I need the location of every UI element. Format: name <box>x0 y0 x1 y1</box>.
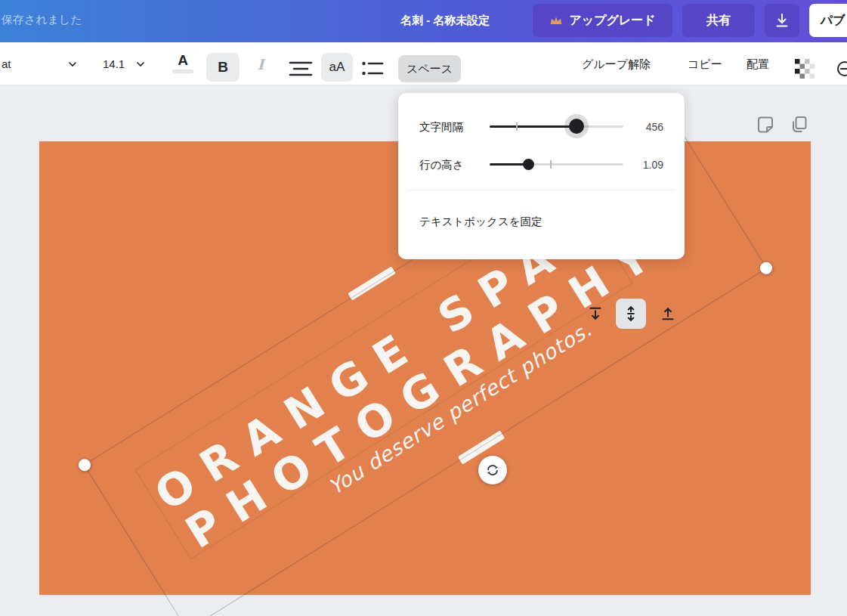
font-family-chevron-icon[interactable] <box>68 61 77 67</box>
spacing-label: スペース <box>406 62 453 76</box>
add-note-icon[interactable] <box>755 114 776 135</box>
slider-default-tick <box>550 160 552 169</box>
text-align-button[interactable] <box>289 60 313 77</box>
text-toolbar: at 14.1 A B I aA <box>0 42 847 85</box>
bullet-list-icon <box>361 60 384 77</box>
position-button[interactable]: 配置 <box>747 57 769 72</box>
download-button[interactable] <box>765 4 799 37</box>
duplicate-page-icon[interactable] <box>789 114 810 135</box>
line-height-label: 行の高さ <box>419 158 464 172</box>
download-icon <box>774 12 790 29</box>
text-color-button[interactable]: A <box>172 53 193 73</box>
share-button[interactable]: 共有 <box>682 4 755 37</box>
crown-icon <box>549 15 563 26</box>
font-family-label: at <box>2 57 11 70</box>
letter-spacing-knob[interactable] <box>569 119 584 134</box>
line-height-value: 1.09 <box>643 159 663 171</box>
anchor-top-icon <box>587 305 604 322</box>
text-case-button[interactable]: aA <box>321 53 353 82</box>
align-center-icon <box>289 60 313 77</box>
anchor-textbox-label: テキストボックスを固定 <box>419 215 543 229</box>
spacing-button[interactable]: スペース <box>398 55 461 82</box>
font-size-value[interactable]: 14.1 <box>103 57 125 70</box>
anchor-middle-icon <box>623 305 639 322</box>
publish-label: パブ <box>821 13 845 29</box>
upgrade-label: アップグレード <box>569 13 655 29</box>
letter-spacing-value: 456 <box>646 121 663 133</box>
bold-button[interactable]: B <box>206 53 240 82</box>
anchor-top-button[interactable] <box>580 299 611 329</box>
slider-fill <box>490 125 577 128</box>
rotate-icon <box>484 462 501 478</box>
share-label: 共有 <box>706 13 731 29</box>
link-button[interactable] <box>834 59 847 79</box>
bullet-list-button[interactable] <box>361 60 384 77</box>
anchor-middle-button[interactable] <box>616 299 646 329</box>
italic-button[interactable]: I <box>249 56 272 73</box>
document-title[interactable]: 名刺 - 名称未設定 <box>400 14 490 28</box>
text-case-label: aA <box>329 60 345 75</box>
text-color-swatch <box>172 70 193 73</box>
italic-label: I <box>258 56 264 73</box>
line-height-knob[interactable] <box>523 159 534 170</box>
font-size-chevron-icon[interactable] <box>136 61 145 67</box>
publish-button[interactable]: パブ <box>809 4 847 37</box>
panel-divider <box>407 190 675 190</box>
ungroup-label: グループ解除 <box>582 57 651 72</box>
ungroup-button[interactable]: グループ解除 <box>582 57 651 72</box>
link-icon <box>834 59 847 79</box>
transparency-checkerboard-icon <box>795 59 815 79</box>
spacing-dropdown-panel: 文字間隔 456 行の高さ 1.09 テキストボックスを固定 <box>398 93 685 259</box>
position-label: 配置 <box>747 57 769 72</box>
editor-stage: ORANGE SPA PHOTOGRAPHY You deserve perfe… <box>0 0 847 616</box>
text-color-label: A <box>178 53 188 67</box>
font-family-selector[interactable]: at <box>2 57 11 70</box>
transparency-button[interactable] <box>795 59 815 79</box>
anchor-bottom-button[interactable] <box>653 299 683 329</box>
anchor-bottom-icon <box>660 305 676 322</box>
upgrade-button[interactable]: アップグレード <box>533 4 672 37</box>
save-status: 保存されました <box>2 13 82 27</box>
letter-spacing-slider[interactable] <box>490 119 623 134</box>
copy-button[interactable]: コピー <box>688 57 722 72</box>
letter-spacing-label: 文字間隔 <box>419 120 463 135</box>
bold-label: B <box>218 59 228 76</box>
slider-default-tick <box>516 122 518 131</box>
copy-label: コピー <box>688 57 722 72</box>
rotate-handle[interactable] <box>478 456 507 484</box>
line-height-slider[interactable] <box>490 156 623 172</box>
font-size-label: 14.1 <box>103 57 125 70</box>
top-app-bar: 保存されました 名刺 - 名称未設定 アップグレード 共有 パブ <box>0 0 847 42</box>
